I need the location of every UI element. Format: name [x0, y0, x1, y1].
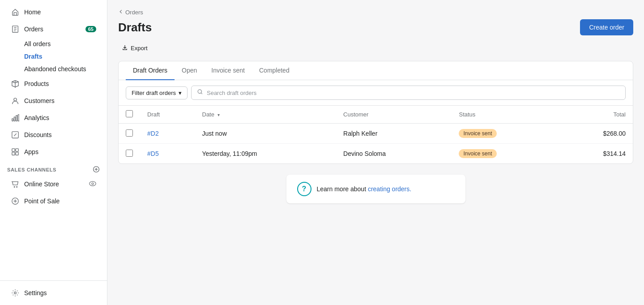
select-all-checkbox[interactable] — [126, 110, 133, 117]
table-row: #D2 Just now Ralph Keller Invoice sent $… — [119, 124, 633, 144]
sidebar-item-products-label: Products — [24, 80, 49, 87]
svg-rect-9 — [12, 152, 15, 155]
row2-date: Yesterday, 11:09pm — [195, 144, 337, 164]
row1-customer: Ralph Keller — [336, 124, 452, 144]
drafts-card: Draft Orders Open Invoice sent Completed… — [118, 61, 633, 164]
drafts-table: Draft Date ▾ Customer Status Total — [119, 106, 633, 163]
sidebar-item-point-of-sale-label: Point of Sale — [24, 198, 60, 205]
row1-checkbox-cell — [119, 124, 140, 144]
row2-draft-link[interactable]: #D5 — [147, 150, 159, 157]
sidebar-item-discounts[interactable]: Discounts — [4, 127, 103, 143]
row1-total: $268.00 — [558, 124, 633, 144]
tab-draft-orders[interactable]: Draft Orders — [126, 61, 175, 80]
filter-bar: Filter draft orders ▾ — [119, 80, 633, 106]
sidebar-item-products[interactable]: Products — [4, 76, 103, 92]
discounts-icon — [11, 130, 20, 139]
settings-icon — [11, 288, 20, 297]
search-wrapper — [191, 86, 626, 100]
online-store-icon — [11, 180, 20, 189]
orders-icon — [11, 25, 20, 34]
svg-point-1 — [14, 98, 17, 101]
col-draft: Draft — [140, 106, 195, 124]
help-text: Learn more about creating orders. — [317, 185, 412, 193]
apps-icon — [11, 147, 20, 156]
row2-total: $314.14 — [558, 144, 633, 164]
svg-point-13 — [92, 183, 94, 185]
sidebar-item-settings[interactable]: Settings — [4, 285, 103, 301]
tab-completed[interactable]: Completed — [252, 61, 297, 80]
svg-point-15 — [14, 292, 17, 294]
sidebar-item-settings-label: Settings — [24, 289, 47, 296]
sidebar-item-orders-label: Orders — [24, 26, 43, 33]
add-sales-channel-icon[interactable] — [93, 166, 100, 174]
sidebar-item-point-of-sale[interactable]: Point of Sale — [4, 193, 103, 209]
sidebar-sub-all-orders[interactable]: All orders — [4, 38, 103, 50]
breadcrumb[interactable]: Orders — [118, 9, 633, 16]
row2-checkbox[interactable] — [126, 150, 133, 157]
customers-icon — [11, 96, 20, 105]
sidebar-sub-drafts[interactable]: Drafts — [4, 51, 103, 62]
sidebar-item-analytics[interactable]: Analytics — [4, 110, 103, 126]
col-date[interactable]: Date ▾ — [195, 106, 337, 124]
filter-draft-orders-button[interactable]: Filter draft orders ▾ — [126, 86, 188, 99]
orders-badge: 65 — [85, 26, 96, 32]
sidebar: Home Orders 65 All orders Drafts Abandon… — [0, 0, 107, 305]
sidebar-item-home[interactable]: Home — [4, 4, 103, 20]
row2-customer: Devino Soloma — [336, 144, 452, 164]
col-total: Total — [558, 106, 633, 124]
home-icon — [11, 8, 20, 17]
sidebar-item-apps[interactable]: Apps — [4, 144, 103, 160]
search-input[interactable] — [207, 90, 620, 96]
sidebar-item-customers[interactable]: Customers — [4, 93, 103, 109]
help-box: ? Learn more about creating orders. — [286, 175, 465, 203]
create-order-button[interactable]: Create order — [580, 19, 633, 35]
svg-rect-8 — [16, 149, 18, 151]
main-area: Orders Drafts Create order Export — [107, 0, 644, 305]
toolbar: Export — [118, 43, 633, 54]
sidebar-sub-abandoned-checkouts[interactable]: Abandoned checkouts — [4, 63, 103, 75]
sidebar-item-home-label: Home — [24, 9, 41, 16]
table-row: #D5 Yesterday, 11:09pm Devino Soloma Inv… — [119, 144, 633, 164]
tabs-bar: Draft Orders Open Invoice sent Completed — [119, 61, 633, 80]
breadcrumb-chevron-icon — [118, 9, 124, 16]
row1-draft: #D2 — [140, 124, 195, 144]
row1-status-badge: Invoice sent — [459, 129, 496, 138]
search-icon — [197, 89, 203, 97]
products-icon — [11, 79, 20, 88]
row1-checkbox[interactable] — [126, 129, 133, 137]
row2-status: Invoice sent — [452, 144, 557, 164]
sidebar-item-analytics-label: Analytics — [24, 114, 49, 121]
svg-rect-2 — [12, 119, 13, 121]
row2-checkbox-cell — [119, 144, 140, 164]
svg-rect-5 — [18, 115, 19, 121]
page-header: Drafts Create order — [118, 19, 633, 35]
sales-channels-section: SALES CHANNELS — [0, 160, 107, 176]
row1-status: Invoice sent — [452, 124, 557, 144]
chevron-down-icon: ▾ — [179, 90, 182, 96]
sidebar-item-online-store[interactable]: Online Store — [4, 176, 103, 192]
row2-draft: #D5 — [140, 144, 195, 164]
creating-orders-link[interactable]: creating orders. — [368, 185, 411, 193]
page-title: Drafts — [118, 21, 152, 34]
sidebar-item-apps-label: Apps — [24, 148, 38, 155]
sidebar-item-discounts-label: Discounts — [24, 131, 51, 138]
svg-point-16 — [198, 90, 201, 93]
svg-rect-10 — [16, 152, 18, 155]
point-of-sale-icon — [11, 197, 20, 206]
help-icon: ? — [297, 182, 311, 196]
tab-invoice-sent[interactable]: Invoice sent — [204, 61, 252, 80]
row2-status-badge: Invoice sent — [459, 149, 496, 158]
row1-draft-link[interactable]: #D2 — [147, 130, 159, 137]
export-icon — [122, 44, 128, 52]
sort-date-icon: ▾ — [218, 112, 220, 117]
sidebar-item-orders[interactable]: Orders 65 — [4, 21, 103, 37]
tab-open[interactable]: Open — [175, 61, 204, 80]
online-store-eye-icon[interactable] — [89, 180, 96, 189]
row1-date: Just now — [195, 124, 337, 144]
col-status: Status — [452, 106, 557, 124]
sidebar-item-customers-label: Customers — [24, 97, 55, 104]
col-customer: Customer — [336, 106, 452, 124]
analytics-icon — [11, 113, 20, 122]
export-button[interactable]: Export — [118, 43, 151, 54]
select-all-header — [119, 106, 140, 124]
